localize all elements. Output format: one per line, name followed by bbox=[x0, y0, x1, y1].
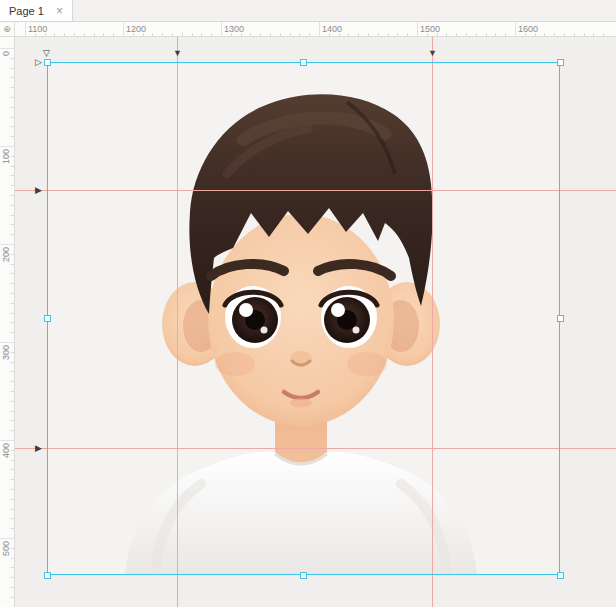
selection-handle[interactable] bbox=[44, 59, 51, 66]
ruler-tick bbox=[11, 293, 14, 294]
ruler-tick bbox=[11, 166, 14, 167]
selection-handle[interactable] bbox=[557, 572, 564, 579]
ruler-tick bbox=[74, 33, 75, 36]
ruler-tick bbox=[11, 401, 14, 402]
ruler-tick bbox=[446, 33, 447, 36]
ruler-tick bbox=[11, 391, 14, 392]
ruler-tick bbox=[94, 33, 95, 36]
ruler-tick bbox=[574, 33, 575, 36]
ruler-tick bbox=[584, 33, 585, 36]
ruler-label: 0 bbox=[1, 51, 11, 56]
ruler-tick bbox=[11, 234, 14, 235]
selection-handle[interactable] bbox=[557, 59, 564, 66]
ruler-tick bbox=[505, 33, 506, 36]
ruler-tick bbox=[309, 33, 310, 36]
ruler-tick bbox=[11, 224, 14, 225]
ruler-tick bbox=[11, 332, 14, 333]
ruler-origin-icon: ⊕ bbox=[3, 24, 11, 34]
ruler-tick bbox=[64, 33, 65, 36]
ruler-tick bbox=[437, 33, 438, 36]
ruler-tick bbox=[11, 597, 14, 598]
guide-marker-left: ▷ bbox=[35, 58, 42, 67]
ruler-tick bbox=[11, 548, 14, 549]
ruler-tick bbox=[123, 22, 124, 37]
ruler-tick bbox=[54, 33, 55, 36]
ruler-tick bbox=[211, 33, 212, 36]
ruler-tick bbox=[162, 33, 163, 36]
ruler-tick bbox=[270, 33, 271, 36]
ruler-tick bbox=[11, 509, 14, 510]
guide-marker-left[interactable]: ▶ bbox=[35, 186, 42, 195]
ruler-tick bbox=[358, 33, 359, 36]
guide-marker-top[interactable]: ▼ bbox=[173, 49, 182, 58]
ruler-tick bbox=[11, 558, 14, 559]
ruler-tick bbox=[0, 440, 15, 441]
ruler-tick bbox=[11, 381, 14, 382]
ruler-tick bbox=[192, 33, 193, 36]
ruler-tick bbox=[11, 87, 14, 88]
ruler-tick bbox=[11, 205, 14, 206]
ruler-tick bbox=[11, 479, 14, 480]
ruler-tick bbox=[368, 33, 369, 36]
ruler-tick bbox=[495, 33, 496, 36]
guide-marker-top: ▽ bbox=[43, 49, 50, 58]
selection-box[interactable] bbox=[47, 62, 560, 575]
ruler-tick bbox=[11, 489, 14, 490]
ruler-tick bbox=[456, 33, 457, 36]
ruler-tick bbox=[11, 567, 14, 568]
ruler-label: 200 bbox=[1, 247, 11, 262]
ruler-tick bbox=[348, 33, 349, 36]
selection-handle[interactable] bbox=[300, 59, 307, 66]
guide-marker-left[interactable]: ▶ bbox=[35, 444, 42, 453]
ruler-tick bbox=[593, 33, 594, 36]
ruler-tick bbox=[11, 587, 14, 588]
horizontal-ruler[interactable]: 110012001300140015001600 bbox=[15, 22, 616, 37]
ruler-tick bbox=[0, 342, 15, 343]
selection-handle[interactable] bbox=[557, 315, 564, 322]
ruler-tick bbox=[11, 68, 14, 69]
ruler-tick bbox=[11, 156, 14, 157]
selection-handle[interactable] bbox=[44, 315, 51, 322]
ruler-tick bbox=[84, 33, 85, 36]
ruler-tick bbox=[11, 215, 14, 216]
ruler-tick bbox=[11, 58, 14, 59]
ruler-tick bbox=[515, 22, 516, 37]
ruler-tick bbox=[11, 460, 14, 461]
ruler-tick bbox=[397, 33, 398, 36]
ruler-tick bbox=[172, 33, 173, 36]
ruler-tick bbox=[11, 430, 14, 431]
design-app-window: Page 1 × ⊕ 110012001300140015001600 0100… bbox=[0, 0, 616, 607]
guide-marker-top[interactable]: ▼ bbox=[428, 49, 437, 58]
ruler-tick bbox=[11, 195, 14, 196]
vertical-ruler[interactable]: 0100200300400500 bbox=[0, 37, 15, 607]
ruler-tick bbox=[250, 33, 251, 36]
ruler-tick bbox=[25, 22, 26, 37]
ruler-tick bbox=[11, 126, 14, 127]
ruler-tick bbox=[260, 33, 261, 36]
ruler-tick bbox=[11, 420, 14, 421]
ruler-tick bbox=[11, 175, 14, 176]
ruler-origin-corner[interactable]: ⊕ bbox=[0, 22, 15, 37]
ruler-tick bbox=[11, 322, 14, 323]
ruler-tick bbox=[241, 33, 242, 36]
ruler-tick bbox=[319, 22, 320, 37]
ruler-tick bbox=[35, 33, 36, 36]
ruler-tick bbox=[11, 303, 14, 304]
ruler-tick bbox=[11, 528, 14, 529]
ruler-tick bbox=[603, 33, 604, 36]
ruler-tick bbox=[221, 22, 222, 37]
ruler-label: 300 bbox=[1, 345, 11, 360]
ruler-tick bbox=[11, 136, 14, 137]
tab-close-icon[interactable]: × bbox=[56, 5, 63, 17]
tab-page-1[interactable]: Page 1 × bbox=[0, 0, 73, 21]
ruler-tick bbox=[0, 146, 15, 147]
ruler-tick bbox=[11, 352, 14, 353]
ruler-tick bbox=[339, 33, 340, 36]
ruler-tick bbox=[564, 33, 565, 36]
selection-handle[interactable] bbox=[44, 572, 51, 579]
ruler-label: 400 bbox=[1, 443, 11, 458]
ruler-tick bbox=[407, 33, 408, 36]
selection-handle[interactable] bbox=[300, 572, 307, 579]
ruler-tick bbox=[280, 33, 281, 36]
ruler-tick bbox=[201, 33, 202, 36]
